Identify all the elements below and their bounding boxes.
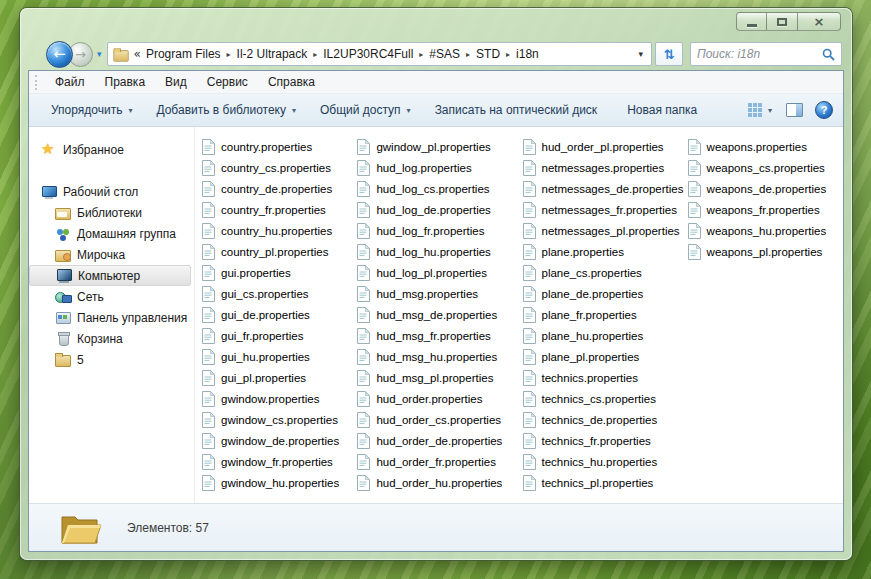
file-item[interactable]: hud_msg.properties <box>357 283 522 304</box>
file-item[interactable]: netmessages.properties <box>523 157 688 178</box>
file-item[interactable]: gwindow_hu.properties <box>202 472 357 493</box>
file-item[interactable]: country_hu.properties <box>202 220 357 241</box>
file-item[interactable]: gwindow_fr.properties <box>202 451 357 472</box>
file-item[interactable]: hud_log_hu.properties <box>357 241 522 262</box>
breadcrumb-item[interactable]: i18n <box>514 47 541 61</box>
menu-item[interactable]: Справка <box>258 72 325 92</box>
properties-file-icon <box>357 265 370 281</box>
close-button[interactable]: × <box>798 12 841 31</box>
file-item[interactable]: hud_order_cs.properties <box>357 409 522 430</box>
sidebar-item[interactable]: Домашняя группа <box>29 223 194 244</box>
toolbar-button[interactable]: Добавить в библиотеку ▾ <box>144 98 308 122</box>
file-item[interactable]: weapons_pl.properties <box>688 241 843 262</box>
sidebar-item[interactable]: 5 <box>29 349 194 370</box>
file-item[interactable]: hud_msg_de.properties <box>357 304 522 325</box>
breadcrumb-item[interactable]: STD <box>474 47 502 61</box>
file-item[interactable]: plane_de.properties <box>523 283 688 304</box>
file-item[interactable]: country_cs.properties <box>202 157 357 178</box>
file-item[interactable]: country_de.properties <box>202 178 357 199</box>
file-item[interactable]: hud_log_fr.properties <box>357 220 522 241</box>
file-item[interactable]: technics_fr.properties <box>523 430 688 451</box>
breadcrumb-overflow-icon[interactable]: « <box>130 47 144 61</box>
file-item[interactable]: weapons.properties <box>688 136 843 157</box>
file-item[interactable]: hud_order_fr.properties <box>357 451 522 472</box>
file-item[interactable]: plane_hu.properties <box>523 325 688 346</box>
file-name: weapons_fr.properties <box>707 204 820 216</box>
file-item[interactable]: gwindow_cs.properties <box>202 409 357 430</box>
file-item[interactable]: plane_pl.properties <box>523 346 688 367</box>
file-item[interactable]: gui.properties <box>202 262 357 283</box>
refresh-button[interactable]: ⇅ <box>655 42 683 66</box>
file-item[interactable]: weapons_de.properties <box>688 178 843 199</box>
file-item[interactable]: hud_log_cs.properties <box>357 178 522 199</box>
file-item[interactable]: weapons_cs.properties <box>688 157 843 178</box>
file-item[interactable]: gui_fr.properties <box>202 325 357 346</box>
search-icon[interactable] <box>822 48 835 61</box>
file-item[interactable]: hud_log_de.properties <box>357 199 522 220</box>
sidebar-item[interactable]: Библиотеки <box>29 202 194 223</box>
sidebar-item[interactable]: Компьютер <box>29 265 191 286</box>
sidebar-item[interactable]: Сеть <box>29 286 194 307</box>
breadcrumb-item[interactable]: Program Files <box>144 47 223 61</box>
file-item[interactable]: hud_log_pl.properties <box>357 262 522 283</box>
file-item[interactable]: hud_msg_fr.properties <box>357 325 522 346</box>
file-item[interactable]: hud_order.properties <box>357 388 522 409</box>
file-item[interactable]: plane_fr.properties <box>523 304 688 325</box>
file-item[interactable]: gui_pl.properties <box>202 367 357 388</box>
file-item[interactable]: technics_de.properties <box>523 409 688 430</box>
search-input[interactable] <box>697 47 822 61</box>
file-item[interactable]: hud_log.properties <box>357 157 522 178</box>
minimize-button[interactable] <box>736 12 767 31</box>
file-item[interactable]: netmessages_fr.properties <box>523 199 688 220</box>
file-item[interactable]: technics_hu.properties <box>523 451 688 472</box>
menu-item[interactable]: Файл <box>45 72 95 92</box>
file-item[interactable]: country.properties <box>202 136 357 157</box>
file-item[interactable]: country_fr.properties <box>202 199 357 220</box>
file-item[interactable]: technics.properties <box>523 367 688 388</box>
file-item[interactable]: weapons_fr.properties <box>688 199 843 220</box>
menu-item[interactable]: Сервис <box>197 72 258 92</box>
menu-item[interactable]: Вид <box>155 72 197 92</box>
file-item[interactable]: hud_order_hu.properties <box>357 472 522 493</box>
file-item[interactable]: country_pl.properties <box>202 241 357 262</box>
file-item[interactable]: gwindow_pl.properties <box>357 136 522 157</box>
file-item[interactable]: gui_de.properties <box>202 304 357 325</box>
breadcrumb-item[interactable]: IL2UP30RC4Full <box>321 47 415 61</box>
file-item[interactable]: netmessages_de.properties <box>523 178 688 199</box>
sidebar-item[interactable]: Корзина <box>29 328 194 349</box>
file-item[interactable]: technics_pl.properties <box>523 472 688 493</box>
help-icon[interactable]: ? <box>815 101 833 119</box>
file-item[interactable]: hud_msg_hu.properties <box>357 346 522 367</box>
address-dropdown-icon[interactable]: ▾ <box>635 49 646 59</box>
toolbar-button[interactable]: Общий доступ ▾ <box>308 98 423 122</box>
maximize-button[interactable] <box>767 12 798 31</box>
back-button[interactable]: ← <box>46 41 73 68</box>
sidebar-item[interactable]: Избранное <box>29 139 194 160</box>
file-item[interactable]: plane.properties <box>523 241 688 262</box>
file-item[interactable]: hud_order_pl.properties <box>523 136 688 157</box>
menu-item[interactable]: Правка <box>95 72 156 92</box>
change-view-button[interactable]: ▾ <box>746 101 774 119</box>
sidebar-item[interactable]: Рабочий стол <box>29 181 194 202</box>
toolbar-button[interactable]: Новая папка <box>615 98 715 122</box>
file-item[interactable]: gui_cs.properties <box>202 283 357 304</box>
breadcrumb-item[interactable]: Il-2 Ultrapack <box>235 47 310 61</box>
file-item[interactable]: netmessages_pl.properties <box>523 220 688 241</box>
file-item[interactable]: weapons_hu.properties <box>688 220 843 241</box>
file-item[interactable]: gwindow.properties <box>202 388 357 409</box>
sidebar-item[interactable]: Панель управления <box>29 307 194 328</box>
file-item[interactable]: plane_cs.properties <box>523 262 688 283</box>
history-dropdown-icon[interactable]: ▾ <box>97 49 102 59</box>
file-item[interactable]: hud_msg_pl.properties <box>357 367 522 388</box>
file-item[interactable]: gwindow_de.properties <box>202 430 357 451</box>
toolbar-button[interactable]: Упорядочить ▾ <box>39 98 144 122</box>
file-name: hud_msg.properties <box>376 288 478 300</box>
file-item[interactable]: gui_hu.properties <box>202 346 357 367</box>
file-item[interactable]: hud_order_de.properties <box>357 430 522 451</box>
sidebar-item[interactable]: Мирочка <box>29 244 194 265</box>
breadcrumb-item[interactable]: #SAS <box>427 47 462 61</box>
preview-pane-icon[interactable] <box>786 103 803 117</box>
toolbar-button[interactable]: Записать на оптический диск <box>423 98 616 122</box>
address-bar[interactable]: « Program Files ▸ Il-2 Ultrapack ▸ IL2UP… <box>107 42 652 66</box>
file-item[interactable]: technics_cs.properties <box>523 388 688 409</box>
